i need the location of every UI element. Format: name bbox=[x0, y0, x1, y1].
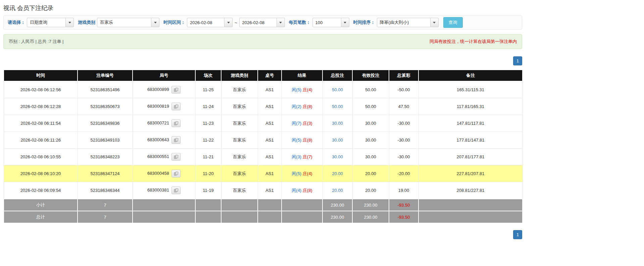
result-cell: 闲(3) 庄(7) bbox=[282, 149, 323, 165]
page-number-button[interactable]: 1 bbox=[513, 56, 522, 65]
session-cell: 11-23 bbox=[195, 115, 221, 132]
session-cell: 11-21 bbox=[195, 149, 221, 165]
result-cell: 闲(5) 庄(8) bbox=[282, 132, 323, 149]
summary-bar: 币别 : 人民币 | 总共 :7 注单 | 同局有效投注，统一计算在该局第一张注… bbox=[3, 34, 522, 49]
summary-currency-count: 币别 : 人民币 | 总共 :7 注单 | bbox=[9, 39, 64, 45]
round-detail-button[interactable] bbox=[171, 136, 181, 144]
table-number-cell: AS1 bbox=[258, 149, 282, 165]
table-number-cell: AS1 bbox=[258, 132, 282, 149]
page-number-button[interactable]: 1 bbox=[513, 230, 522, 239]
date-to-dropdown-button[interactable] bbox=[277, 18, 285, 27]
table-row: 2026-02-08 06:10:20 523186347124 6830004… bbox=[4, 165, 523, 182]
payout-cell: 47.50 bbox=[389, 98, 418, 115]
game-type-cell: 百家乐 bbox=[221, 81, 258, 98]
session-cell: 11-20 bbox=[195, 165, 221, 182]
cards-icon bbox=[174, 188, 179, 193]
header-total-bet: 总投注 bbox=[323, 70, 352, 81]
round-cell: 683000899 bbox=[133, 81, 195, 98]
game-type-cell: 百家乐 bbox=[221, 165, 258, 182]
header-game-type: 游戏类别 bbox=[221, 70, 258, 81]
page-size-label: 每页笔数： bbox=[289, 19, 311, 25]
round-detail-button[interactable] bbox=[171, 170, 181, 177]
date-range-separator: ~ bbox=[235, 20, 237, 25]
note-cell: 208.81/227.81 bbox=[418, 182, 523, 199]
valid-bet-cell: 30.00 bbox=[352, 132, 389, 149]
payout-cell: -50.00 bbox=[389, 81, 418, 98]
table-number-cell: AS1 bbox=[258, 182, 282, 199]
select-type-combobox bbox=[27, 18, 74, 27]
sort-order-dropdown-button[interactable] bbox=[431, 18, 439, 27]
bet-id-cell: 523186349836 bbox=[78, 115, 133, 132]
time-cell: 2026-02-08 06:10:20 bbox=[4, 165, 78, 182]
table-footer: 小计 7 230.00 230.00 -93.50 总计 7 bbox=[4, 199, 523, 223]
game-type-cell: 百家乐 bbox=[221, 149, 258, 165]
subtotal-empty bbox=[195, 199, 221, 211]
subtotal-row: 小计 7 230.00 230.00 -93.50 bbox=[4, 199, 523, 211]
date-to-input[interactable] bbox=[239, 18, 277, 27]
subtotal-empty bbox=[282, 199, 323, 211]
payout-cell: -20.00 bbox=[389, 165, 418, 182]
bet-id-cell: 523186351496 bbox=[78, 81, 133, 98]
total-bet-link[interactable]: 20.00 bbox=[332, 171, 343, 176]
date-from-dropdown-button[interactable] bbox=[225, 18, 233, 27]
total-bet-link[interactable]: 50.00 bbox=[332, 87, 343, 92]
round-detail-button[interactable] bbox=[171, 187, 181, 194]
payout-cell: -30.00 bbox=[389, 132, 418, 149]
round-number: 683000899 bbox=[147, 87, 169, 92]
round-number: 683000458 bbox=[147, 171, 169, 176]
round-cell: 683000819 bbox=[133, 98, 195, 115]
round-detail-button[interactable] bbox=[171, 86, 181, 94]
game-type-cell: 百家乐 bbox=[221, 98, 258, 115]
subtotal-empty bbox=[221, 199, 258, 211]
game-type-input[interactable] bbox=[97, 18, 151, 27]
search-button[interactable]: 查询 bbox=[443, 17, 463, 28]
round-number: 683000721 bbox=[147, 120, 169, 125]
round-detail-button[interactable] bbox=[171, 103, 181, 110]
bet-id-cell: 523186350673 bbox=[78, 98, 133, 115]
header-payout: 总派彩 bbox=[389, 70, 418, 81]
total-empty bbox=[221, 211, 258, 223]
total-bet-link[interactable]: 30.00 bbox=[332, 138, 343, 143]
pagination-top: 1 bbox=[3, 56, 522, 65]
result-cell: 闲(5) 庄(4) bbox=[282, 165, 323, 182]
table-row: 2026-02-08 06:12:56 523186351496 6830008… bbox=[4, 81, 523, 98]
time-cell: 2026-02-08 06:11:26 bbox=[4, 132, 78, 149]
valid-bet-cell: 20.00 bbox=[352, 182, 389, 199]
table-row: 2026-02-08 06:11:54 523186349836 6830007… bbox=[4, 115, 523, 132]
total-label: 总计 bbox=[4, 211, 78, 223]
total-bet-cell: 50.00 bbox=[323, 81, 352, 98]
betting-records-table: 时间 注单编号 局号 场次 游戏类别 桌号 结果 总投注 有效投注 总派彩 备注… bbox=[3, 69, 523, 223]
page-title: 视讯 会员下注纪录 bbox=[3, 4, 522, 12]
total-bet-link[interactable]: 30.00 bbox=[332, 121, 343, 126]
cards-icon bbox=[174, 171, 179, 176]
round-detail-button[interactable] bbox=[171, 119, 181, 127]
round-detail-button[interactable] bbox=[171, 153, 181, 161]
total-bet-link[interactable]: 20.00 bbox=[332, 188, 343, 193]
note-cell: 117.81/165.31 bbox=[418, 98, 523, 115]
chevron-down-icon bbox=[433, 22, 436, 23]
date-from-input[interactable] bbox=[187, 18, 225, 27]
total-total-bet: 230.00 bbox=[323, 211, 352, 223]
total-bet-link[interactable]: 50.00 bbox=[332, 104, 343, 109]
payout-cell: -30.00 bbox=[389, 149, 418, 165]
valid-bet-cell: 30.00 bbox=[352, 115, 389, 132]
page-size-input[interactable] bbox=[312, 18, 341, 27]
table-row: 2026-02-08 06:11:26 523186349103 6830006… bbox=[4, 132, 523, 149]
header-bet-id: 注单编号 bbox=[78, 70, 133, 81]
total-bet-cell: 30.00 bbox=[323, 115, 352, 132]
select-type-input[interactable] bbox=[27, 18, 66, 27]
pagination-bottom: 1 bbox=[3, 230, 522, 239]
game-type-dropdown-button[interactable] bbox=[151, 18, 159, 27]
table-number-cell: AS1 bbox=[258, 81, 282, 98]
sort-order-input[interactable] bbox=[377, 18, 431, 27]
page-size-combobox bbox=[312, 18, 349, 27]
select-type-dropdown-button[interactable] bbox=[66, 18, 74, 27]
round-number: 683000551 bbox=[147, 154, 169, 159]
round-cell: 683000381 bbox=[133, 182, 195, 199]
game-type-cell: 百家乐 bbox=[221, 132, 258, 149]
total-bet-link[interactable]: 30.00 bbox=[332, 154, 343, 159]
cards-icon bbox=[174, 138, 179, 142]
result-cell: 闲(5) 庄(4) bbox=[282, 81, 323, 98]
page-size-dropdown-button[interactable] bbox=[341, 18, 349, 27]
time-cell: 2026-02-08 06:12:28 bbox=[4, 98, 78, 115]
